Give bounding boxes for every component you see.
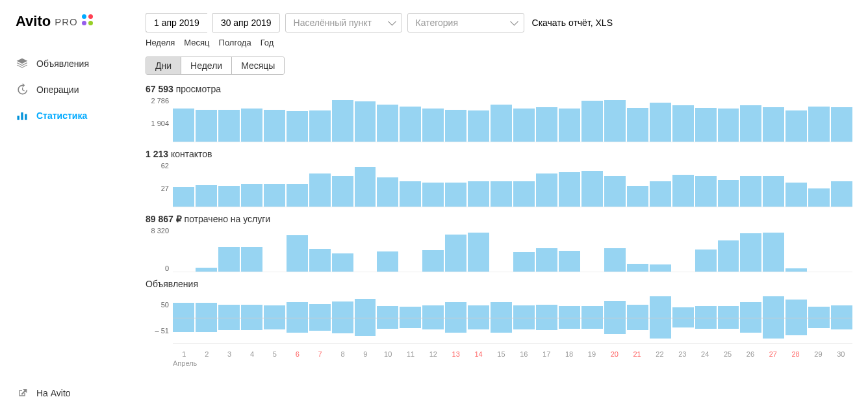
bar	[218, 186, 240, 207]
chart-spend-total: 89 867 ₽	[146, 214, 182, 224]
bar	[695, 108, 717, 142]
ytick: 1 904	[151, 120, 169, 127]
period-half[interactable]: Полгода	[219, 38, 251, 47]
bar	[491, 181, 512, 207]
bar	[536, 248, 557, 272]
bar	[604, 292, 626, 343]
chart-contacts-title: 1 213 контактов	[146, 149, 852, 159]
bar	[513, 109, 535, 142]
bar	[627, 292, 648, 343]
sidebar: Avito PRO Объявления Операции С	[0, 0, 130, 410]
ytick: 62	[161, 162, 169, 170]
bar	[808, 292, 830, 343]
bar	[241, 184, 262, 207]
bar	[264, 292, 285, 343]
sidebar-item-label: Операции	[36, 84, 79, 95]
bar	[422, 109, 444, 142]
city-dropdown[interactable]: Населённый пункт	[285, 13, 402, 32]
bar	[763, 233, 784, 272]
bar	[468, 292, 489, 343]
x-tick: 29	[807, 350, 830, 358]
bar	[287, 111, 308, 142]
x-tick: 24	[694, 350, 717, 358]
period-week[interactable]: Неделя	[146, 38, 175, 47]
svg-rect-0	[18, 116, 19, 120]
bar	[196, 292, 217, 343]
chart-contacts: 1 213 контактов 62 27	[146, 149, 852, 207]
bar	[785, 292, 807, 343]
bar	[309, 110, 331, 142]
bar	[400, 181, 421, 207]
x-tick: 26	[739, 350, 761, 358]
period-year[interactable]: Год	[261, 38, 274, 47]
bar	[491, 292, 512, 343]
date-to-button[interactable]: 30 апр 2019	[212, 13, 280, 32]
sidebar-item-ads[interactable]: Объявления	[0, 51, 130, 77]
tab-days[interactable]: Дни	[146, 57, 181, 74]
chart-views-total: 67 593	[146, 84, 173, 94]
bar	[581, 171, 603, 207]
x-tick: 19	[580, 350, 603, 358]
bar	[377, 251, 398, 272]
month-label: Апрель	[146, 359, 852, 367]
bar	[831, 107, 852, 142]
bar	[468, 110, 489, 142]
period-month[interactable]: Месяц	[184, 38, 209, 47]
chart-spend-title: 89 867 ₽ потрачено на услуги	[146, 214, 852, 224]
bar	[377, 177, 398, 207]
bar	[445, 235, 466, 272]
bar	[763, 292, 784, 343]
svg-rect-1	[21, 112, 23, 120]
bar	[650, 103, 671, 142]
logo-dots-icon	[82, 14, 96, 29]
bar	[241, 247, 262, 272]
bar	[196, 268, 217, 272]
chart-ads-title: Объявления	[146, 279, 852, 289]
bar	[196, 110, 217, 142]
filters-row: 1 апр 2019 30 апр 2019 Населённый пункт …	[146, 13, 852, 32]
bar	[740, 292, 761, 343]
sidebar-item-stats[interactable]: Статистика	[0, 103, 130, 129]
ytick: 50	[161, 301, 169, 309]
sidebar-item-operations[interactable]: Операции	[0, 77, 130, 103]
bar	[355, 292, 376, 343]
bar	[173, 109, 194, 142]
tab-weeks[interactable]: Недели	[181, 57, 232, 74]
bar	[241, 109, 262, 142]
granularity-tabs: Дни Недели Месяцы	[146, 57, 285, 75]
download-link[interactable]: Скачать отчёт, XLS	[532, 18, 613, 28]
date-from-button[interactable]: 1 апр 2019	[146, 13, 207, 32]
chart-contacts-yaxis: 62 27	[146, 162, 173, 207]
bar	[627, 186, 648, 207]
chart-ads-yaxis: 50 – 51	[146, 292, 173, 344]
bar	[536, 173, 557, 207]
bar	[740, 176, 761, 207]
bar	[287, 235, 308, 272]
x-tick: 3	[218, 350, 241, 358]
bar	[332, 100, 353, 142]
tab-months[interactable]: Месяцы	[232, 57, 284, 74]
bar	[536, 292, 557, 343]
bar	[695, 292, 717, 343]
footer-link-avito[interactable]: На Avito	[0, 376, 130, 410]
bar	[309, 292, 331, 343]
bar	[604, 248, 626, 272]
period-links: Неделя Месяц Полгода Год	[146, 38, 852, 47]
bar	[718, 292, 739, 343]
bar	[264, 110, 285, 142]
bar	[831, 292, 852, 343]
chart-ads: Объявления 50 – 51	[146, 279, 852, 344]
bar	[718, 109, 739, 142]
category-dropdown[interactable]: Категория	[407, 13, 524, 32]
bar	[831, 181, 852, 207]
bar	[808, 188, 830, 207]
x-tick: 9	[354, 350, 377, 358]
bar	[422, 292, 444, 343]
bar	[650, 264, 671, 272]
x-tick: 27	[761, 350, 784, 358]
bar	[695, 250, 717, 272]
bar	[695, 176, 717, 207]
x-tick: 17	[535, 350, 558, 358]
bar	[785, 268, 807, 272]
bar	[650, 181, 671, 207]
